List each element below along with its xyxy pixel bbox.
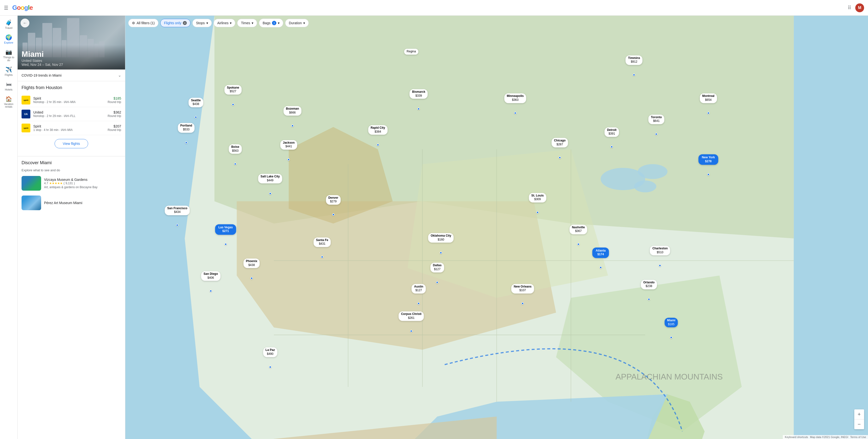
map-price-label[interactable]: Orlando$238 — [641, 280, 657, 289]
map-price-label[interactable]: Regina — [404, 49, 418, 55]
map-price-label[interactable]: Jackson$441 — [280, 140, 297, 150]
map-price-label[interactable]: Montreal$654 — [700, 93, 717, 103]
sidebar-item-hotels[interactable]: 🛏 Hotels — [1, 79, 17, 93]
map-price-label[interactable]: Timmins$912 — [626, 55, 643, 65]
map-price-label[interactable]: Denver$279 — [326, 195, 341, 205]
discover-section: Discover Miami Explore what to see and d… — [18, 156, 125, 218]
covid-section[interactable]: COVID-19 trends in Miami ⌄ — [18, 69, 125, 81]
bags-button[interactable]: Bags 1 ▾ — [259, 19, 283, 27]
map-price-label[interactable]: Toronto$641 — [648, 115, 664, 124]
menu-icon[interactable]: ☰ — [4, 5, 8, 11]
map-price-label[interactable]: Charleston$510 — [650, 246, 670, 255]
star-icon: ★★★★★ — [49, 182, 63, 185]
sidebar-item-flights[interactable]: ✈️ Flights — [1, 65, 17, 78]
map-dot — [670, 336, 673, 339]
zoom-out-button[interactable]: − — [854, 419, 864, 429]
place-card[interactable]: Pérez Art Museum Miami — [22, 194, 121, 211]
hero-image: ← Miami United States Wed, Nov 24 – Sat,… — [18, 15, 125, 69]
rating-value: 4.7 — [44, 182, 48, 185]
map-price-label[interactable]: Detroit$391 — [604, 127, 619, 137]
map-dot — [577, 243, 580, 245]
chevron-down-icon: ▾ — [303, 21, 305, 25]
map-dot — [707, 173, 710, 176]
price-amount: $185 — [108, 96, 121, 100]
map-price-label[interactable]: New York$278 — [699, 154, 718, 165]
map-price-label[interactable]: Salt Lake City$449 — [258, 174, 282, 183]
keyboard-shortcuts-link[interactable]: Keyboard shortcuts — [785, 436, 808, 439]
map-price-label[interactable]: La Paz$490 — [263, 347, 277, 357]
times-button[interactable]: Times ▾ — [237, 19, 257, 27]
map-price-label[interactable]: Santa Fe$431 — [314, 238, 331, 247]
map-dot — [287, 158, 290, 161]
map-price-label[interactable]: New Orleans$107 — [512, 284, 534, 293]
map-dot — [417, 302, 420, 305]
map-price-label[interactable]: Bismarck$339 — [409, 89, 428, 99]
flight-info: Spirit Nonstop · 2 hr 35 min · IAH–MIA — [33, 96, 108, 104]
airlines-button[interactable]: Airlines ▾ — [214, 19, 236, 27]
airline-name: Spirit — [33, 124, 108, 128]
map-dot — [536, 211, 539, 214]
map-svg: MEXICO APPALACHIAN MOUNTAINS — [125, 15, 868, 439]
flight-card[interactable]: spirit Spirit Nonstop · 2 hr 35 min · IA… — [22, 93, 121, 107]
chevron-down-icon: ▾ — [252, 21, 253, 25]
map-price-label[interactable]: Spokane$527 — [224, 85, 242, 94]
zoom-controls: + − — [854, 409, 864, 429]
map-price-label[interactable]: Boise$563 — [229, 144, 242, 154]
map-dot — [648, 298, 650, 301]
close-icon[interactable]: ✕ — [183, 21, 187, 25]
duration-button[interactable]: Duration ▾ — [285, 19, 309, 27]
back-button[interactable]: ← — [21, 19, 29, 27]
map-dot — [332, 213, 335, 216]
bags-count-badge: 1 — [272, 21, 276, 25]
map-area: MEXICO APPALACHIAN MOUNTAINS ⚙ All filte… — [125, 15, 868, 439]
map-price-label[interactable]: Corpus Christi$261 — [399, 312, 424, 321]
map-dot — [269, 366, 272, 368]
place-name: Pérez Art Museum Miami — [44, 201, 121, 205]
stops-button[interactable]: Stops ▾ — [192, 19, 212, 27]
sidebar-item-explore[interactable]: 🌍 Explore — [1, 32, 17, 46]
map-price-label[interactable]: San Diego$406 — [201, 271, 221, 281]
map-dot — [195, 116, 197, 119]
map-dot — [269, 192, 272, 195]
map-price-label[interactable]: Oklahoma City$160 — [428, 233, 454, 243]
map-price-label[interactable]: Chicago$287 — [552, 138, 568, 147]
map-dot — [514, 112, 517, 114]
map-price-label[interactable]: Portland$533 — [178, 123, 195, 133]
map-price-label[interactable]: Seattle$438 — [189, 98, 203, 107]
map-price-label[interactable]: Austin$127 — [412, 284, 426, 293]
map-price-label[interactable]: Minneapolis$363 — [504, 93, 526, 103]
sidebar-item-things-to-do[interactable]: 📷 Things to do — [1, 47, 17, 64]
flight-card[interactable]: spirit Spirit 1 stop · 4 hr 38 min · IAH… — [22, 121, 121, 135]
place-rating: 4.7 ★★★★★ (9,131) — [44, 182, 121, 185]
map-price-label[interactable]: Dallas$127 — [431, 263, 444, 272]
map-price-label[interactable]: Atlanta$174 — [592, 247, 609, 258]
flights-only-button[interactable]: Flights only ✕ — [160, 19, 190, 27]
sidebar-item-travel[interactable]: 🧳 Travel — [1, 18, 17, 31]
map-price-label[interactable]: Rapid City$384 — [368, 125, 388, 135]
apps-icon[interactable]: ⠿ — [848, 5, 851, 11]
svg-point-2 — [638, 164, 667, 179]
view-flights-button[interactable]: View flights — [55, 139, 88, 148]
map-price-label[interactable]: Nashville$367 — [569, 225, 587, 234]
terms-link[interactable]: Terms of Use — [850, 436, 866, 439]
map-dot — [234, 163, 237, 165]
map-price-label[interactable]: St. Louis$309 — [529, 193, 546, 202]
destination-country: United States — [22, 59, 121, 63]
avatar[interactable]: M — [855, 3, 864, 12]
price-label: Round trip — [108, 128, 121, 132]
map-dot — [410, 330, 412, 332]
map-dot — [210, 290, 212, 292]
place-card[interactable]: Vizcaya Museum & Gardens 4.7 ★★★★★ (9,13… — [22, 175, 121, 192]
flight-card[interactable]: UA United Nonstop · 2 hr 29 min · IAH–FL… — [22, 107, 121, 121]
map-price-label[interactable]: Miami$185 — [664, 318, 678, 327]
map-price-label[interactable]: Phoenix$438 — [243, 258, 260, 268]
sidebar-item-vacation-rentals[interactable]: 🏠 Vacation rentals — [1, 94, 17, 110]
all-filters-button[interactable]: ⚙ All filters (1) — [128, 19, 158, 27]
map-price-label[interactable]: Las Vegas$271 — [215, 224, 236, 235]
hotels-icon: 🛏 — [6, 81, 11, 88]
zoom-in-button[interactable]: + — [854, 409, 864, 419]
map-price-label[interactable]: Bozeman$666 — [283, 106, 301, 116]
destination-dates: Wed, Nov 24 – Sat, Nov 27 — [22, 63, 121, 67]
place-thumbnail — [22, 176, 41, 191]
map-price-label[interactable]: San Francisco$434 — [165, 206, 190, 215]
